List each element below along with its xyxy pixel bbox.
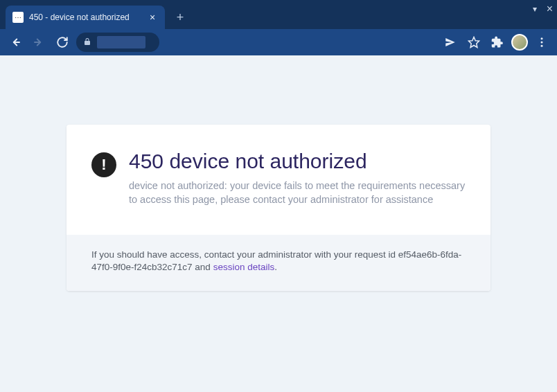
error-card: ! 450 device not authorized device not a… <box>67 125 490 291</box>
favicon-icon: ⋯ <box>12 12 24 23</box>
error-footer: If you should have access, contact your … <box>67 235 490 292</box>
reload-button[interactable] <box>53 33 72 52</box>
extensions-icon[interactable] <box>488 33 507 52</box>
url-input[interactable] <box>97 36 145 48</box>
menu-icon[interactable] <box>532 33 551 52</box>
window-close-icon[interactable]: × <box>547 3 553 15</box>
error-heading: 450 device not authorized <box>129 150 466 173</box>
address-bar[interactable] <box>76 33 159 52</box>
browser-tab[interactable]: ⋯ 450 - device not authorized × <box>6 6 165 29</box>
tab-title: 450 - device not authorized <box>29 12 141 22</box>
back-button[interactable] <box>6 33 25 52</box>
profile-avatar[interactable] <box>511 34 528 51</box>
close-tab-icon[interactable]: × <box>147 12 158 23</box>
session-details-link[interactable]: session details <box>213 262 275 272</box>
svg-point-5 <box>541 45 543 47</box>
bookmark-icon[interactable] <box>464 33 484 52</box>
browser-toolbar <box>0 29 557 55</box>
error-body: ! 450 device not authorized device not a… <box>67 125 490 235</box>
svg-marker-2 <box>469 37 479 48</box>
footer-suffix: . <box>274 262 277 272</box>
lock-icon <box>83 37 91 48</box>
send-icon[interactable] <box>441 33 460 52</box>
svg-point-4 <box>541 42 543 44</box>
browser-titlebar: ⋯ 450 - device not authorized × + ▾ × <box>0 0 557 29</box>
page-content: ! 450 device not authorized device not a… <box>0 55 557 392</box>
error-description: device not authorized: your device fails… <box>129 179 466 207</box>
error-icon: ! <box>91 152 116 177</box>
svg-point-3 <box>541 37 543 39</box>
new-tab-button[interactable]: + <box>170 8 190 27</box>
forward-button[interactable] <box>29 33 48 52</box>
window-minimize-icon[interactable]: ▾ <box>533 4 537 14</box>
